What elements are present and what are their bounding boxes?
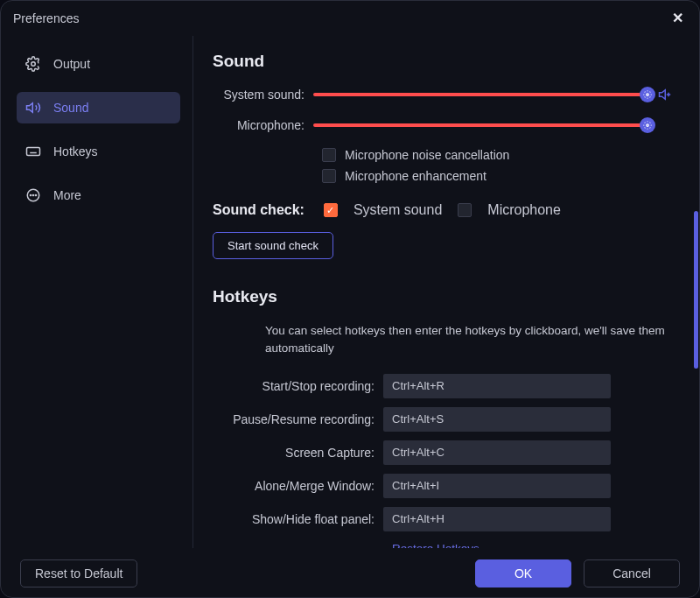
enhance-checkbox[interactable] — [322, 169, 336, 183]
sidebar-item-label: Output — [53, 57, 90, 71]
sidebar-item-sound[interactable]: Sound — [17, 92, 180, 123]
svg-rect-2 — [27, 148, 40, 156]
window-title: Preferences — [13, 11, 79, 25]
speaker-icon — [25, 100, 41, 116]
svg-point-0 — [32, 62, 36, 67]
restore-hotkeys-wrap: Restore Hotkeys — [392, 540, 675, 549]
noise-cancel-checkbox[interactable] — [322, 148, 336, 162]
system-sound-row: System sound: — [213, 87, 675, 102]
scrollbar-thumb[interactable] — [694, 211, 698, 369]
more-icon — [25, 187, 41, 203]
restore-hotkeys-link[interactable]: Restore Hotkeys — [392, 542, 480, 549]
microphone-slider[interactable] — [313, 123, 648, 127]
hotkey-label: Alone/Merge Window: — [213, 479, 383, 493]
enhance-row: Microphone enhancement — [322, 169, 675, 183]
sidebar-item-label: More — [53, 188, 81, 202]
sound-check-label: Sound check: — [213, 202, 304, 218]
hotkey-input-float-panel[interactable] — [383, 507, 611, 531]
noise-cancel-row: Microphone noise cancellation — [322, 148, 675, 162]
noise-cancel-label: Microphone noise cancellation — [345, 148, 509, 162]
sidebar-item-more[interactable]: More — [17, 179, 180, 211]
sidebar: Output Sound Hotkeys More — [1, 36, 193, 548]
system-sound-slider-wrap — [313, 87, 675, 102]
close-button[interactable]: ✕ — [668, 9, 687, 28]
mic-options: Microphone noise cancellation Microphone… — [322, 148, 675, 183]
hotkey-label: Screen Capture: — [213, 446, 383, 460]
sidebar-item-hotkeys[interactable]: Hotkeys — [17, 136, 180, 167]
keyboard-icon — [25, 144, 41, 159]
content-wrap: Sound System sound: — [193, 36, 699, 548]
hotkey-input-alone-merge[interactable] — [383, 474, 611, 498]
sound-check-mic-label: Microphone — [487, 202, 561, 218]
footer: Reset to Default OK Cancel — [1, 548, 699, 597]
ok-button[interactable]: OK — [475, 559, 571, 587]
microphone-row: Microphone: — [213, 118, 675, 132]
hotkey-input-pause-resume[interactable] — [383, 407, 611, 432]
hotkey-input-screen-capture[interactable] — [383, 440, 611, 465]
sound-check-system-label: System sound — [354, 202, 442, 218]
microphone-label: Microphone: — [213, 118, 313, 132]
hotkeys-heading: Hotkeys — [213, 287, 675, 306]
svg-marker-1 — [27, 103, 33, 113]
sound-check-row: Sound check: ✓ System sound Microphone — [213, 202, 675, 218]
hotkeys-description: You can select hotkeys then enter the ho… — [265, 322, 668, 358]
hotkey-row-float-panel: Show/Hide float panel: — [213, 507, 675, 531]
svg-point-11 — [35, 194, 36, 195]
hotkey-label: Start/Stop recording: — [213, 379, 383, 393]
enhance-label: Microphone enhancement — [345, 169, 486, 183]
hotkey-label: Show/Hide float panel: — [213, 512, 383, 526]
svg-marker-13 — [660, 90, 666, 100]
sidebar-item-label: Hotkeys — [53, 144, 98, 158]
footer-right: OK Cancel — [475, 559, 680, 587]
system-sound-slider[interactable] — [313, 93, 648, 96]
svg-point-9 — [30, 194, 31, 195]
svg-point-16 — [647, 124, 649, 127]
sound-heading: Sound — [213, 52, 675, 71]
hotkey-row-alone-merge: Alone/Merge Window: — [213, 474, 675, 498]
cancel-button[interactable]: Cancel — [584, 559, 680, 587]
svg-point-12 — [647, 94, 649, 96]
system-sound-label: System sound: — [213, 88, 313, 102]
reset-to-default-button[interactable]: Reset to Default — [20, 559, 137, 587]
svg-point-10 — [32, 194, 33, 195]
hotkey-row-pause-resume: Pause/Resume recording: — [213, 407, 675, 432]
sound-check-system-checkbox[interactable]: ✓ — [324, 203, 338, 217]
sound-check-mic-checkbox[interactable] — [458, 203, 472, 217]
preferences-window: Preferences ✕ Output Sound Hotkeys — [0, 0, 700, 598]
window-body: Output Sound Hotkeys More — [1, 36, 699, 548]
titlebar: Preferences ✕ — [1, 1, 699, 36]
gear-icon — [25, 56, 41, 72]
content: Sound System sound: — [193, 36, 699, 548]
hotkey-row-start-stop: Start/Stop recording: — [213, 374, 675, 398]
system-sound-slider-thumb[interactable] — [640, 87, 655, 102]
microphone-slider-thumb[interactable] — [640, 117, 655, 133]
hotkey-label: Pause/Resume recording: — [213, 412, 383, 426]
sidebar-item-output[interactable]: Output — [17, 48, 180, 80]
sidebar-item-label: Sound — [53, 101, 88, 115]
hotkey-row-screen-capture: Screen Capture: — [213, 440, 675, 465]
microphone-slider-wrap — [313, 123, 675, 127]
hotkey-input-start-stop[interactable] — [383, 374, 611, 398]
start-sound-check-button[interactable]: Start sound check — [213, 232, 333, 259]
volume-up-icon[interactable] — [657, 87, 675, 102]
